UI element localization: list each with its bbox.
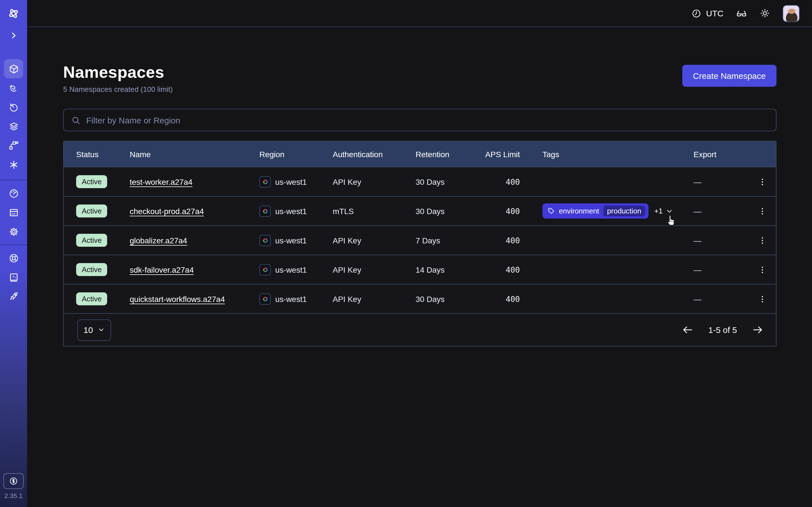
aps-limit-value: 400 (506, 236, 520, 245)
export-value: — (694, 265, 748, 274)
auth-label: mTLS (333, 207, 416, 216)
kebab-icon (758, 236, 767, 245)
timezone-selector[interactable]: UTC (691, 8, 723, 18)
tags-expand[interactable]: +1 (654, 207, 673, 215)
next-page-button[interactable] (752, 324, 763, 336)
col-header-tags: Tags (520, 150, 694, 159)
region-label: us-west1 (275, 207, 307, 216)
create-namespace-button[interactable]: Create Namespace (682, 65, 776, 87)
gcp-icon (259, 293, 271, 304)
theme-toggle[interactable] (760, 8, 770, 18)
row-menu-button[interactable] (754, 203, 770, 219)
sidebar-item-nexus[interactable] (4, 155, 23, 174)
page-size-select[interactable]: 10 (77, 319, 111, 341)
sidebar-item-settings[interactable] (4, 222, 23, 241)
tag-key: environment (559, 207, 599, 215)
gcp-icon (259, 205, 271, 217)
sidebar-item-usage[interactable] (4, 184, 23, 203)
layers-icon (8, 121, 19, 131)
card-icon (8, 207, 19, 218)
namespace-link[interactable]: globalizer.a27a4 (130, 236, 187, 245)
sidebar-item-stack[interactable] (4, 117, 23, 136)
kebab-icon (758, 207, 767, 216)
auth-label: API Key (333, 177, 416, 186)
sidebar-item-billing[interactable] (4, 203, 23, 222)
retention-label: 30 Days (416, 177, 480, 186)
export-value: — (694, 236, 748, 245)
tag-pill[interactable]: environment production (543, 203, 649, 219)
sidebar-item-deployments[interactable] (4, 136, 23, 155)
filter-bar[interactable] (63, 109, 776, 131)
table-row: Active checkout-prod.a27a4 us-west1 mTLS… (64, 196, 776, 225)
tags-group: environment production +1 (543, 203, 673, 219)
status-badge: Active (76, 263, 107, 276)
page-size-value: 10 (84, 325, 93, 335)
sidebar-divider (0, 180, 27, 180)
namespace-link[interactable]: sdk-failover.a27a4 (130, 265, 194, 274)
page-subtitle: 5 Namespaces created (100 limit) (63, 85, 173, 94)
namespaces-table: Status Name Region Authentication Retent… (63, 141, 776, 346)
temporal-logo-icon[interactable] (4, 4, 23, 23)
glasses-icon (736, 8, 747, 19)
col-header-name: Name (130, 150, 259, 159)
cube-icon (8, 63, 19, 74)
kebab-icon (758, 265, 767, 274)
main-content: Namespaces 5 Namespaces created (100 lim… (27, 27, 812, 507)
sun-icon (760, 8, 770, 18)
pagination-range: 1-5 of 5 (708, 325, 737, 335)
topbar: UTC (27, 0, 812, 27)
namespace-link[interactable]: checkout-prod.a27a4 (130, 207, 204, 216)
arrow-left-icon (682, 324, 694, 336)
tag-icon (548, 207, 555, 215)
aps-limit-value: 400 (506, 294, 520, 303)
sidebar-item-getting-started[interactable] (4, 287, 23, 306)
gauge-icon (8, 188, 19, 199)
row-menu-button[interactable] (754, 262, 770, 277)
export-value: — (694, 177, 748, 186)
retention-label: 30 Days (416, 207, 480, 216)
chevron-right-icon[interactable] (4, 26, 23, 45)
export-value: — (694, 294, 748, 303)
namespace-link[interactable]: quickstart-workflows.a27a4 (130, 294, 225, 303)
version-label: 2.35.1 (4, 492, 23, 499)
avatar[interactable] (783, 5, 800, 22)
sidebar-item-docs[interactable] (4, 268, 23, 287)
life-ring-icon (8, 252, 19, 263)
sidebar-item-schedules[interactable] (4, 98, 23, 117)
namespace-link[interactable]: test-worker.a27a4 (130, 177, 193, 186)
col-header-retention: Retention (416, 150, 480, 159)
page-title: Namespaces (63, 63, 173, 82)
rocket-icon (8, 291, 19, 302)
prev-page-button[interactable] (682, 324, 694, 336)
aps-limit-value: 400 (506, 265, 520, 274)
labs-toggle[interactable] (736, 8, 747, 19)
clock-icon (691, 8, 702, 18)
row-menu-button[interactable] (754, 174, 770, 189)
kebab-icon (758, 294, 767, 303)
col-header-status: Status (76, 150, 130, 159)
aps-limit-value: 400 (506, 207, 520, 216)
row-menu-button[interactable] (754, 232, 770, 248)
timezone-label: UTC (706, 8, 723, 18)
auth-label: API Key (333, 236, 416, 245)
retention-label: 14 Days (416, 265, 480, 274)
table-row: Active sdk-failover.a27a4 us-west1 API K… (64, 255, 776, 284)
filter-input[interactable] (86, 115, 769, 125)
credits-button[interactable] (3, 473, 24, 489)
sidebar-item-namespaces[interactable] (4, 59, 23, 78)
region-label: us-west1 (275, 236, 307, 245)
table-row: Active quickstart-workflows.a27a4 us-wes… (64, 284, 776, 313)
table-body: Active test-worker.a27a4 us-west1 API Ke… (64, 167, 776, 313)
table-row: Active globalizer.a27a4 us-west1 API Key… (64, 225, 776, 255)
sidebar-item-monitor[interactable] (4, 78, 23, 98)
col-header-aps-limit: APS Limit (485, 150, 520, 159)
region-label: us-west1 (275, 265, 307, 274)
region-label: us-west1 (275, 177, 307, 186)
sidebar-item-support[interactable] (4, 248, 23, 268)
region-label: us-west1 (275, 294, 307, 303)
row-menu-button[interactable] (754, 291, 770, 307)
retention-label: 30 Days (416, 294, 480, 303)
auth-label: API Key (333, 294, 416, 303)
gear-icon (8, 226, 19, 237)
spiral-icon (8, 82, 19, 93)
